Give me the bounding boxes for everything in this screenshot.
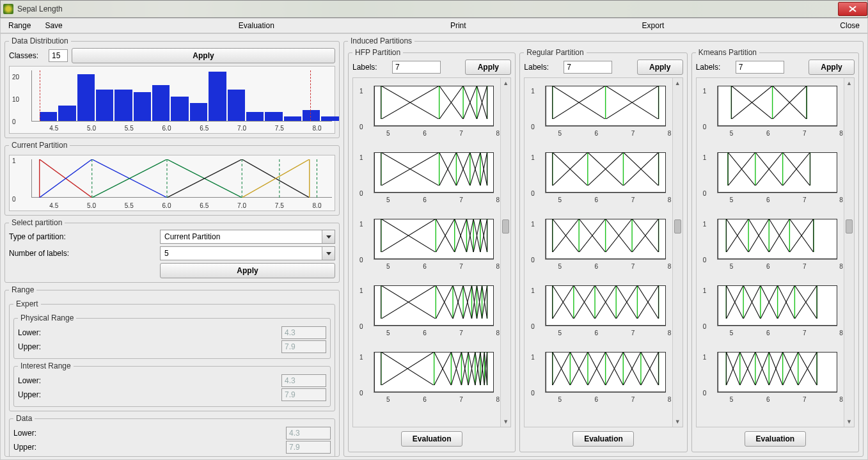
- menu-evaluation[interactable]: Evaluation: [235, 20, 278, 31]
- classes-label: Classes:: [9, 51, 45, 60]
- hfp-header: Labels: Apply: [352, 59, 511, 75]
- menu-export[interactable]: Export: [638, 20, 668, 31]
- int-lower-input[interactable]: [281, 374, 326, 387]
- num-labels-select[interactable]: 5: [160, 246, 335, 260]
- kmeans-evaluation-button[interactable]: Evaluation: [745, 431, 806, 447]
- select-partition-fieldset: Select partition Type of partition: Curr…: [4, 218, 340, 283]
- partition-thumbnail[interactable]: 015678: [699, 81, 841, 138]
- kmeans-legend: Kmeans Partition: [696, 48, 759, 57]
- menu-save[interactable]: Save: [41, 20, 66, 31]
- kmeans-body: 015678015678015678015678015678 ▲▼: [696, 77, 855, 427]
- partition-thumbnail[interactable]: 015678: [527, 214, 669, 271]
- int-lower-label: Lower:: [18, 376, 278, 385]
- partition-thumbnail[interactable]: 015678: [356, 280, 498, 338]
- chevron-down-icon: [322, 247, 335, 260]
- data-range-legend: Data: [13, 414, 35, 423]
- close-icon: [849, 6, 856, 12]
- hfp-body: 015678015678015678015678015678 ▲▼: [352, 77, 511, 427]
- hfp-labels-input[interactable]: [392, 61, 441, 74]
- app-icon: [3, 4, 13, 14]
- left-column: Data Distribution Classes: Apply 01020 4…: [4, 36, 340, 457]
- titlebar: Sepal Length: [0, 0, 868, 18]
- interest-range-legend: Interest Range: [18, 361, 74, 370]
- regular-labels-label: Labels:: [524, 63, 558, 72]
- phys-upper-input[interactable]: [281, 340, 326, 353]
- right-column: Induced Partitions HFP Partition Labels:…: [343, 36, 864, 457]
- partition-thumbnail[interactable]: 015678: [527, 81, 669, 138]
- menu-close[interactable]: Close: [836, 20, 864, 31]
- current-partition-legend: Current Partition: [9, 141, 70, 150]
- range-fieldset: Range Expert Physical Range Lower: Upper…: [4, 285, 340, 457]
- current-partition-chart: 4.55.05.56.06.57.07.58.0 01: [9, 155, 335, 211]
- histogram-chart: 01020 4.55.05.56.06.57.07.58.0: [9, 66, 335, 134]
- kmeans-column: Kmeans Partition Labels: Apply 015678015…: [691, 48, 859, 452]
- num-labels-label: Number of labels:: [9, 249, 156, 258]
- data-distribution-fieldset: Data Distribution Classes: Apply 01020 4…: [4, 36, 340, 138]
- kmeans-scrollbar[interactable]: ▲▼: [844, 78, 854, 427]
- expert-legend: Expert: [13, 299, 41, 308]
- interest-range-fieldset: Interest Range Lower: Upper:: [13, 361, 331, 407]
- phys-upper-label: Upper:: [18, 342, 278, 351]
- window-title: Sepal Length: [17, 4, 63, 13]
- hfp-evaluation-button[interactable]: Evaluation: [401, 431, 462, 447]
- content: Data Distribution Classes: Apply 01020 4…: [0, 33, 868, 460]
- phys-lower-label: Lower:: [18, 328, 278, 337]
- menu-range[interactable]: Range: [4, 20, 35, 31]
- partition-thumbnail[interactable]: 015678: [527, 280, 669, 338]
- partition-thumbnail[interactable]: 015678: [699, 280, 841, 338]
- menu-print[interactable]: Print: [446, 20, 470, 31]
- chevron-down-icon: [322, 230, 335, 243]
- partition-type-label: Type of partition:: [9, 232, 156, 241]
- partition-type-select[interactable]: Current Partition: [160, 230, 335, 244]
- kmeans-header: Labels: Apply: [696, 59, 855, 75]
- data-upper-input[interactable]: [286, 441, 331, 454]
- data-lower-label: Lower:: [13, 429, 282, 438]
- kmeans-labels-input[interactable]: [736, 61, 784, 74]
- kmeans-labels-label: Labels:: [696, 63, 730, 72]
- dist-apply-button[interactable]: Apply: [72, 48, 335, 63]
- kmeans-fieldset: Kmeans Partition Labels: Apply 015678015…: [691, 48, 859, 452]
- int-upper-label: Upper:: [18, 390, 278, 399]
- data-upper-label: Upper:: [13, 443, 282, 452]
- induced-partitions-legend: Induced Partitions: [348, 36, 414, 45]
- hfp-labels-label: Labels:: [352, 63, 387, 72]
- data-lower-input[interactable]: [286, 427, 331, 440]
- partition-thumbnail[interactable]: 015678: [527, 147, 669, 205]
- select-partition-legend: Select partition: [9, 218, 65, 227]
- regular-scrollbar[interactable]: ▲▼: [672, 78, 683, 427]
- regular-column: Regular Partition Labels: Apply 01567801…: [519, 48, 687, 452]
- regular-labels-input[interactable]: [564, 61, 612, 74]
- range-legend: Range: [9, 285, 36, 294]
- regular-legend: Regular Partition: [524, 48, 586, 57]
- regular-evaluation-button[interactable]: Evaluation: [572, 431, 634, 447]
- partition-thumbnail[interactable]: 015678: [699, 214, 841, 271]
- window: Sepal Length Range Save Evaluation Print…: [0, 0, 868, 460]
- partition-thumbnail[interactable]: 015678: [356, 214, 498, 271]
- partition-thumbnail[interactable]: 015678: [699, 347, 841, 404]
- hfp-column: HFP Partition Labels: Apply 015678015678…: [348, 48, 516, 452]
- kmeans-apply-button[interactable]: Apply: [809, 59, 855, 75]
- partition-thumbnail[interactable]: 015678: [356, 147, 498, 205]
- current-partition-fieldset: Current Partition 4.55.05.56.06.57.07.58…: [4, 141, 340, 216]
- hfp-apply-button[interactable]: Apply: [465, 59, 511, 75]
- induced-row: HFP Partition Labels: Apply 015678015678…: [348, 48, 859, 452]
- partition-thumbnail[interactable]: 015678: [699, 147, 841, 205]
- partition-thumbnail[interactable]: 015678: [527, 347, 669, 404]
- classes-input[interactable]: [49, 49, 68, 62]
- regular-apply-button[interactable]: Apply: [637, 59, 683, 75]
- regular-header: Labels: Apply: [524, 59, 683, 75]
- phys-lower-input[interactable]: [281, 326, 326, 339]
- int-upper-input[interactable]: [281, 388, 326, 401]
- hfp-fieldset: HFP Partition Labels: Apply 015678015678…: [348, 48, 516, 452]
- menubar: Range Save Evaluation Print Export Close: [0, 18, 868, 33]
- partition-thumbnail[interactable]: 015678: [356, 347, 498, 404]
- select-apply-button[interactable]: Apply: [160, 263, 335, 278]
- data-distribution-legend: Data Distribution: [9, 36, 71, 45]
- expert-fieldset: Expert Physical Range Lower: Upper: Inte…: [9, 299, 335, 411]
- window-close-button[interactable]: [838, 2, 867, 16]
- physical-range-legend: Physical Range: [18, 313, 76, 322]
- data-range-fieldset: Data Lower: Upper:: [9, 414, 335, 457]
- hfp-scrollbar[interactable]: ▲▼: [500, 78, 510, 427]
- partition-thumbnail[interactable]: 015678: [356, 81, 498, 138]
- regular-fieldset: Regular Partition Labels: Apply 01567801…: [519, 48, 687, 452]
